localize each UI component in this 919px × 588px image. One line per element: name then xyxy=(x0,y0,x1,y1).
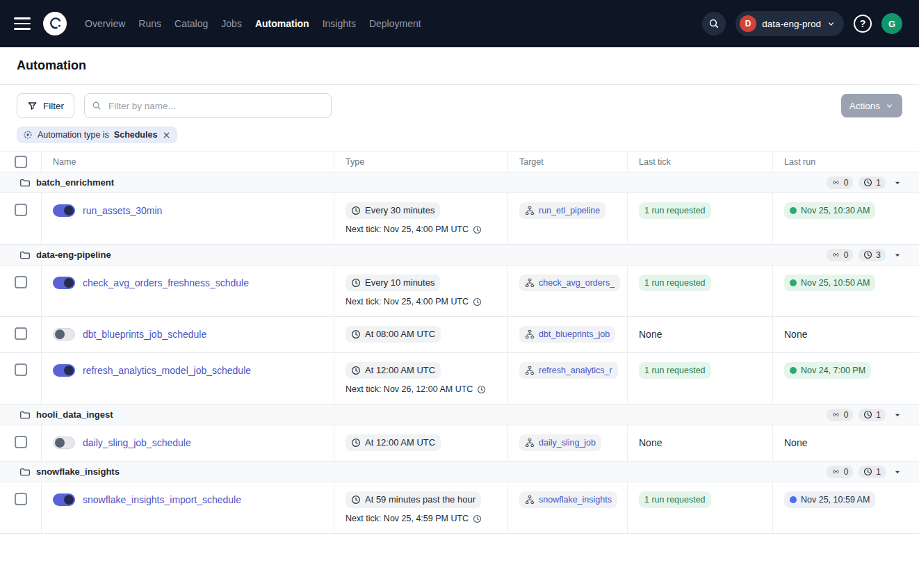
table-row: daily_sling_job_schedule At 12:00 AM UTC… xyxy=(0,425,919,462)
job-icon xyxy=(525,495,535,505)
clock-icon xyxy=(351,366,361,375)
group-name: batch_enrichment xyxy=(36,177,114,188)
remove-filter-icon[interactable] xyxy=(162,131,171,140)
run-status-dot xyxy=(790,207,797,214)
last-tick-badge[interactable]: 1 run requested xyxy=(639,491,711,508)
clock-icon xyxy=(351,206,361,215)
target-link[interactable]: run_etl_pipeline xyxy=(519,202,605,219)
search-icon xyxy=(92,101,101,111)
group-name: data-eng-pipeline xyxy=(36,250,111,260)
target-link[interactable]: dbt_blueprints_job xyxy=(519,326,615,343)
schedule-name-link[interactable]: run_assets_30min xyxy=(83,202,162,219)
dagster-logo[interactable] xyxy=(43,12,67,35)
help-button[interactable]: ? xyxy=(854,15,872,33)
target-link[interactable]: snowflake_insights xyxy=(519,491,617,508)
group-row: data-eng-pipeline 0 3 xyxy=(0,245,919,266)
caret-down-icon xyxy=(893,467,902,477)
clock-icon xyxy=(477,385,486,394)
schedule-toggle[interactable] xyxy=(53,328,75,341)
name-filter-input[interactable] xyxy=(107,100,324,112)
last-tick-none: None xyxy=(639,434,662,451)
clock-icon xyxy=(473,225,482,234)
target-link[interactable]: check_avg_orders_ xyxy=(519,275,620,291)
column-header-name: Name xyxy=(42,152,334,172)
nav-item-automation[interactable]: Automation xyxy=(255,14,309,33)
nav-item-jobs[interactable]: Jobs xyxy=(221,14,242,33)
workspace-switcher[interactable]: D data-eng-prod xyxy=(735,11,844,36)
last-tick-badge[interactable]: 1 run requested xyxy=(639,275,711,291)
actions-button[interactable]: Actions xyxy=(841,94,902,117)
nav-item-overview[interactable]: Overview xyxy=(85,14,125,33)
schedule-toggle[interactable] xyxy=(53,277,75,289)
hamburger-menu-icon[interactable] xyxy=(14,17,31,30)
row-checkbox[interactable] xyxy=(15,364,27,376)
last-run-badge[interactable]: Nov 25, 10:30 AM xyxy=(784,202,875,219)
schedules-table: Name Type Target Last tick Last run batc… xyxy=(0,152,919,534)
schedule-count-badge: 3 xyxy=(859,249,886,261)
row-checkbox[interactable] xyxy=(15,276,27,288)
row-checkbox[interactable] xyxy=(15,204,27,216)
question-mark-icon: ? xyxy=(860,18,866,29)
group-expand-button[interactable] xyxy=(891,466,904,478)
toolbar: Filter Actions xyxy=(0,85,919,125)
sensor-icon xyxy=(831,250,840,259)
funnel-icon xyxy=(27,101,38,111)
group-expand-button[interactable] xyxy=(891,409,904,421)
group-row: batch_enrichment 0 1 xyxy=(0,172,919,193)
search-icon xyxy=(708,18,719,29)
select-all-checkbox[interactable] xyxy=(15,156,27,168)
nav-item-runs[interactable]: Runs xyxy=(138,14,161,33)
group-row: snowflake_insights 0 1 xyxy=(0,462,919,482)
last-run-badge[interactable]: Nov 24, 7:00 PM xyxy=(784,362,871,379)
table-row: run_assets_30min Every 30 minutes Next t… xyxy=(0,193,919,245)
schedule-count-badge: 1 xyxy=(859,177,886,189)
clock-icon xyxy=(863,467,872,476)
last-run-badge[interactable]: Nov 25, 10:50 AM xyxy=(784,275,875,291)
next-tick-text: Next tick: Nov 25, 4:00 PM UTC xyxy=(345,224,482,234)
target-link[interactable]: refresh_analytics_r xyxy=(519,362,618,379)
group-row: hooli_data_ingest 0 1 xyxy=(0,405,919,425)
row-checkbox[interactable] xyxy=(15,436,27,448)
group-expand-button[interactable] xyxy=(891,177,904,189)
clock-icon xyxy=(351,329,361,339)
table-row: refresh_analytics_model_job_schedule At … xyxy=(0,353,919,405)
nav-item-insights[interactable]: Insights xyxy=(323,14,356,33)
user-avatar[interactable]: G xyxy=(881,13,902,34)
schedule-toggle[interactable] xyxy=(53,493,75,506)
nav-item-deployment[interactable]: Deployment xyxy=(369,14,421,33)
last-tick-badge[interactable]: 1 run requested xyxy=(639,362,711,379)
next-tick-text: Next tick: Nov 25, 4:59 PM UTC xyxy=(345,514,482,523)
chevron-down-icon xyxy=(885,101,894,111)
sensor-icon xyxy=(831,467,840,476)
target-link[interactable]: daily_sling_job xyxy=(519,434,601,451)
table-row: snowflake_insights_import_schedule At 59… xyxy=(0,482,919,534)
job-icon xyxy=(525,206,535,215)
schedule-name-link[interactable]: snowflake_insights_import_schedule xyxy=(83,491,241,508)
schedule-interval-badge: At 08:00 AM UTC xyxy=(345,326,441,343)
schedule-toggle[interactable] xyxy=(53,436,75,449)
schedule-name-link[interactable]: refresh_analytics_model_job_schedule xyxy=(83,362,251,379)
clock-icon xyxy=(863,250,872,259)
clock-icon xyxy=(351,278,361,288)
schedule-name-link[interactable]: check_avg_orders_freshness_schdule xyxy=(83,275,249,291)
caret-down-icon xyxy=(893,410,902,420)
row-checkbox[interactable] xyxy=(15,493,27,505)
row-checkbox[interactable] xyxy=(15,327,27,340)
schedule-name-link[interactable]: daily_sling_job_schedule xyxy=(83,434,191,451)
last-run-badge[interactable]: Nov 25, 10:59 AM xyxy=(784,491,875,508)
caret-down-icon xyxy=(893,178,902,188)
table-row: check_avg_orders_freshness_schdule Every… xyxy=(0,266,919,317)
schedule-toggle[interactable] xyxy=(53,204,75,217)
folder-icon xyxy=(19,250,31,261)
workspace-badge: D xyxy=(740,15,756,32)
filter-button[interactable]: Filter xyxy=(17,93,74,118)
schedule-name-link[interactable]: dbt_blueprints_job_schedule xyxy=(83,326,206,343)
workspace-name: data-eng-prod xyxy=(762,19,821,29)
nav-item-catalog[interactable]: Catalog xyxy=(174,14,208,33)
group-expand-button[interactable] xyxy=(891,249,904,261)
global-search-button[interactable] xyxy=(702,12,726,35)
schedule-toggle[interactable] xyxy=(53,364,75,377)
run-status-dot xyxy=(790,496,797,503)
last-tick-badge[interactable]: 1 run requested xyxy=(639,202,711,219)
group-name: snowflake_insights xyxy=(36,466,120,477)
